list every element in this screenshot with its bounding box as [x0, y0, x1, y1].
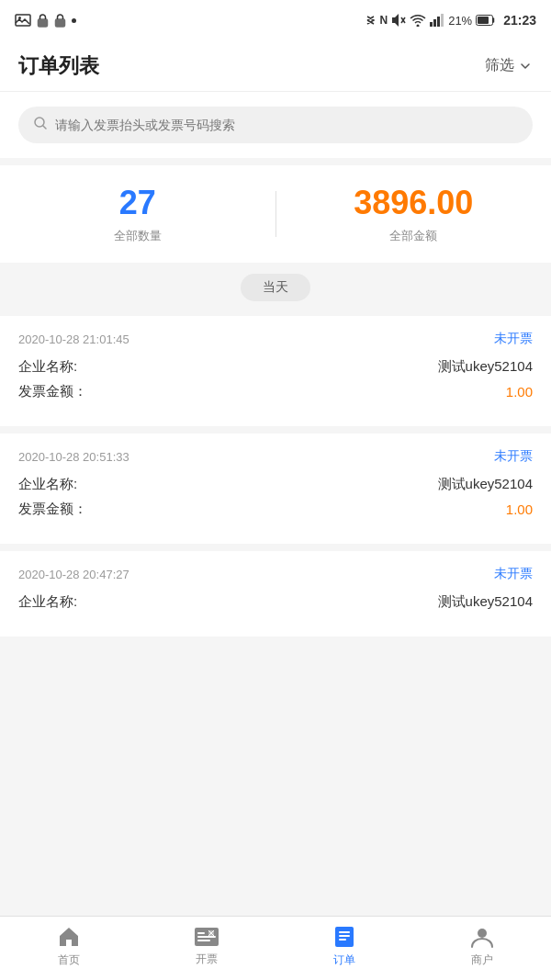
order-amount-key: 发票金额： — [18, 383, 87, 400]
search-icon — [33, 116, 48, 134]
nav-label-order: 订单 — [333, 952, 355, 968]
order-company-key: 企业名称: — [18, 593, 77, 611]
svg-point-6 — [417, 25, 420, 28]
total-count-label: 全部数量 — [114, 228, 162, 244]
total-count-stat: 27 全部数量 — [0, 184, 276, 244]
search-bar[interactable] — [18, 107, 533, 143]
page-title: 订单列表 — [18, 52, 99, 80]
wifi-icon — [410, 14, 426, 27]
order-company-key: 企业名称: — [18, 476, 77, 493]
order-header: 2020-10-28 20:51:33 未开票 — [18, 448, 533, 465]
stats-section: 27 全部数量 3896.00 全部金额 — [0, 165, 551, 263]
order-amount-value: 1.00 — [506, 501, 533, 517]
invoice-icon — [194, 926, 219, 948]
total-amount-label: 全部金额 — [389, 228, 437, 244]
nav-label-invoice: 开票 — [196, 952, 218, 967]
svg-rect-8 — [433, 19, 436, 27]
order-company-row: 企业名称: 测试ukey52104 — [18, 593, 533, 611]
chevron-down-icon — [518, 59, 533, 73]
lock-icon — [37, 13, 49, 28]
battery-percentage: 21% — [448, 14, 472, 28]
image-icon — [15, 14, 31, 27]
order-company-value: 测试ukey52104 — [438, 593, 533, 611]
svg-rect-22 — [339, 931, 350, 933]
status-bar: N 21% 21:23 — [0, 0, 551, 40]
content-area: 27 全部数量 3896.00 全部金额 当天 2020-10-28 21:01… — [0, 92, 551, 717]
svg-rect-17 — [197, 940, 210, 941]
order-amount-key: 发票金额： — [18, 501, 87, 518]
order-status: 未开票 — [494, 566, 533, 582]
total-count-value: 27 — [119, 184, 156, 222]
svg-rect-7 — [430, 22, 433, 27]
svg-rect-2 — [39, 19, 48, 27]
order-header: 2020-10-28 20:47:27 未开票 — [18, 566, 533, 582]
order-time: 2020-10-28 20:47:27 — [18, 568, 129, 581]
order-time: 2020-10-28 20:51:33 — [18, 450, 129, 464]
order-list: 2020-10-28 21:01:45 未开票 企业名称: 测试ukey5210… — [0, 316, 551, 636]
svg-rect-23 — [339, 935, 350, 937]
order-company-row: 企业名称: 测试ukey52104 — [18, 476, 533, 493]
order-company-value: 测试ukey52104 — [438, 476, 533, 493]
svg-rect-16 — [197, 936, 216, 938]
merchant-icon — [470, 925, 494, 949]
svg-rect-12 — [478, 17, 489, 24]
svg-rect-10 — [441, 14, 444, 27]
dot-indicator — [72, 18, 76, 23]
order-company-row: 企业名称: 测试ukey52104 — [18, 358, 533, 376]
time-display: 21:23 — [503, 13, 536, 28]
page-header: 订单列表 筛选 — [0, 40, 551, 92]
status-left-icons — [15, 13, 76, 28]
nav-label-merchant: 商户 — [471, 952, 493, 968]
order-company-key: 企业名称: — [18, 358, 77, 376]
svg-rect-9 — [437, 17, 440, 27]
search-section — [0, 92, 551, 158]
bluetooth-icon — [365, 13, 376, 28]
nav-item-invoice[interactable]: 开票 — [138, 926, 276, 971]
order-status: 未开票 — [494, 448, 533, 465]
order-card[interactable]: 2020-10-28 21:01:45 未开票 企业名称: 测试ukey5210… — [0, 316, 551, 426]
svg-point-25 — [478, 929, 487, 938]
order-company-value: 测试ukey52104 — [438, 358, 533, 376]
signal-icon — [430, 14, 444, 27]
order-amount-value: 1.00 — [506, 384, 533, 400]
order-status: 未开票 — [494, 331, 533, 347]
filter-button[interactable]: 筛选 — [485, 56, 533, 75]
battery-icon — [476, 15, 496, 26]
svg-rect-3 — [56, 19, 65, 27]
home-icon — [57, 925, 81, 949]
order-header: 2020-10-28 21:01:45 未开票 — [18, 331, 533, 347]
order-card[interactable]: 2020-10-28 20:51:33 未开票 企业名称: 测试ukey5210… — [0, 434, 551, 544]
filter-tag-row: 当天 — [0, 263, 551, 312]
order-icon — [332, 925, 356, 949]
nav-item-merchant[interactable]: 商户 — [413, 925, 551, 972]
nfc-icon: N — [379, 14, 388, 27]
filter-today-tag[interactable]: 当天 — [241, 274, 310, 301]
nav-item-home[interactable]: 首页 — [0, 925, 138, 972]
svg-rect-24 — [339, 939, 346, 941]
nav-item-order[interactable]: 订单 — [276, 925, 413, 972]
bottom-nav: 首页 开票 订单 商户 — [0, 916, 551, 980]
filter-label: 筛选 — [485, 56, 514, 75]
mute-icon — [391, 13, 406, 28]
nav-label-home: 首页 — [58, 952, 80, 968]
total-amount-value: 3896.00 — [354, 184, 473, 222]
order-time: 2020-10-28 21:01:45 — [18, 332, 129, 346]
order-card[interactable]: 2020-10-28 20:47:27 未开票 企业名称: 测试ukey5210… — [0, 551, 551, 636]
total-amount-stat: 3896.00 全部金额 — [276, 184, 552, 244]
order-amount-row: 发票金额： 1.00 — [18, 501, 533, 518]
search-input[interactable] — [55, 118, 518, 132]
svg-rect-15 — [197, 932, 205, 934]
lock2-icon — [54, 13, 66, 28]
status-right-icons: N 21% 21:23 — [365, 13, 536, 28]
order-amount-row: 发票金额： 1.00 — [18, 383, 533, 400]
